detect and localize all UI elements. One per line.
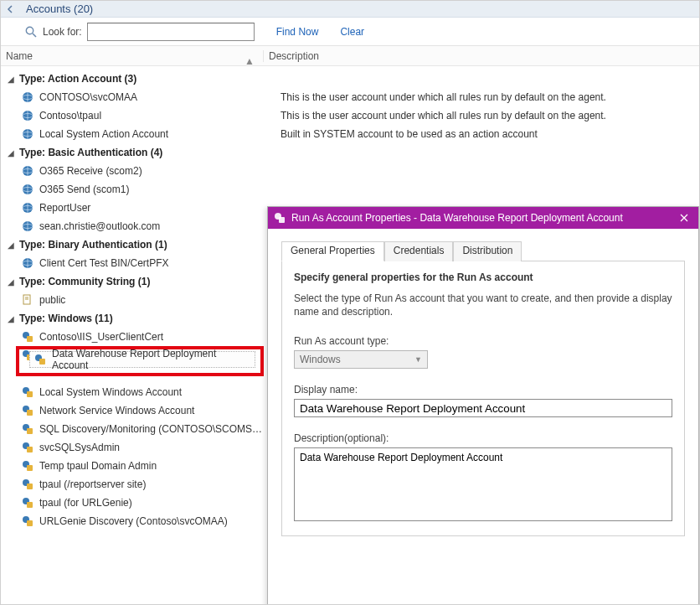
- search-icon: [24, 25, 38, 39]
- tab-distribution[interactable]: Distribution: [453, 241, 522, 261]
- globe-account-icon: [21, 183, 34, 196]
- svg-rect-40: [27, 447, 33, 452]
- expand-collapse-icon[interactable]: ◢: [6, 240, 16, 250]
- svg-rect-46: [27, 502, 33, 508]
- tab-credentials[interactable]: Credentials: [384, 241, 454, 261]
- runas-properties-dialog: Run As Account Properties - Data Warehou…: [267, 206, 699, 605]
- panel-description: Select the type of Run As account that y…: [294, 292, 672, 318]
- expand-collapse-icon[interactable]: ◢: [6, 314, 16, 323]
- account-type-select: Windows ▼: [294, 350, 428, 369]
- runas-account-icon: [21, 496, 34, 509]
- svg-line-1: [33, 34, 36, 37]
- tree-item[interactable]: Local System Action AccountBuilt in SYST…: [6, 125, 699, 143]
- expand-collapse-icon[interactable]: ◢: [6, 75, 16, 84]
- runas-account-icon: [21, 515, 34, 528]
- globe-account-icon: [21, 201, 34, 215]
- expand-collapse-icon[interactable]: ◢: [6, 148, 16, 158]
- globe-account-icon: [21, 90, 34, 104]
- tree-item-description: This is the user account under which all…: [281, 110, 606, 122]
- tree-item-description: Built in SYSTEM account to be used as an…: [281, 128, 538, 140]
- label-account-type: Run As account type:: [294, 335, 672, 347]
- page-title: Accounts (20): [21, 3, 93, 15]
- tree-item[interactable]: O365 Send (scom1): [6, 180, 699, 199]
- svg-rect-42: [27, 465, 33, 471]
- label-description: Description(optional):: [294, 432, 672, 444]
- svg-point-0: [26, 27, 33, 34]
- tree-group[interactable]: ◢Type: Basic Authentication (4): [6, 143, 699, 162]
- globe-account-icon: [21, 256, 34, 270]
- panel-heading: Specify general properties for the Run A…: [294, 271, 672, 283]
- svg-rect-48: [27, 520, 33, 526]
- globe-account-icon: [21, 109, 34, 122]
- tree-item[interactable]: Contoso\tpaulThis is the user account un…: [6, 106, 699, 125]
- runas-account-icon: [21, 404, 34, 417]
- runas-account-icon: [21, 422, 34, 436]
- svg-rect-44: [27, 483, 33, 489]
- globe-account-icon: [21, 127, 34, 141]
- dialog-title: Run As Account Properties - Data Warehou…: [291, 212, 675, 224]
- svg-rect-52: [279, 217, 285, 223]
- runas-account-icon: [21, 459, 34, 473]
- runas-account-icon: [21, 385, 34, 399]
- chevron-down-icon: ▼: [414, 355, 422, 364]
- back-button[interactable]: [1, 1, 21, 18]
- lookfor-input[interactable]: [87, 23, 255, 41]
- runas-account-icon: [21, 330, 34, 344]
- svg-rect-36: [27, 410, 33, 416]
- tab-general-properties[interactable]: General Properties: [281, 241, 384, 261]
- label-display-name: Display name:: [294, 384, 672, 396]
- runas-account-icon: [21, 478, 34, 491]
- globe-account-icon: [21, 164, 34, 178]
- document-icon: [21, 293, 34, 307]
- runas-account-icon: [21, 441, 34, 454]
- tree-item[interactable]: O365 Receive (scom2): [6, 162, 699, 180]
- svg-rect-50: [39, 359, 45, 365]
- display-name-input[interactable]: [294, 399, 672, 417]
- description-textarea[interactable]: [294, 447, 672, 521]
- expand-collapse-icon[interactable]: ◢: [6, 277, 16, 287]
- lookfor-label: Look for:: [43, 26, 82, 38]
- tree-item[interactable]: CONTOSO\svcOMAAThis is the user account …: [6, 88, 699, 106]
- close-button[interactable]: [675, 210, 693, 225]
- column-header-description[interactable]: Description: [264, 50, 319, 62]
- svg-rect-30: [27, 336, 33, 342]
- svg-rect-34: [27, 391, 33, 397]
- globe-account-icon: [21, 220, 34, 233]
- runas-account-icon: [33, 353, 47, 366]
- chevron-left-icon: [7, 5, 15, 13]
- tree-group[interactable]: ◢Type: Action Account (3): [6, 70, 699, 88]
- sort-asc-icon: ▲: [244, 55, 255, 67]
- close-icon: [680, 214, 688, 222]
- runas-account-icon: [273, 211, 286, 225]
- find-now-link[interactable]: Find Now: [276, 26, 319, 38]
- svg-rect-38: [27, 428, 33, 434]
- clear-link[interactable]: Clear: [340, 26, 364, 38]
- tree-item-selected[interactable]: Data Warehouse Report Deployment Account: [29, 351, 255, 368]
- column-header-name[interactable]: Name ▲: [1, 50, 264, 62]
- tree-item-description: This is the user account under which all…: [281, 91, 606, 103]
